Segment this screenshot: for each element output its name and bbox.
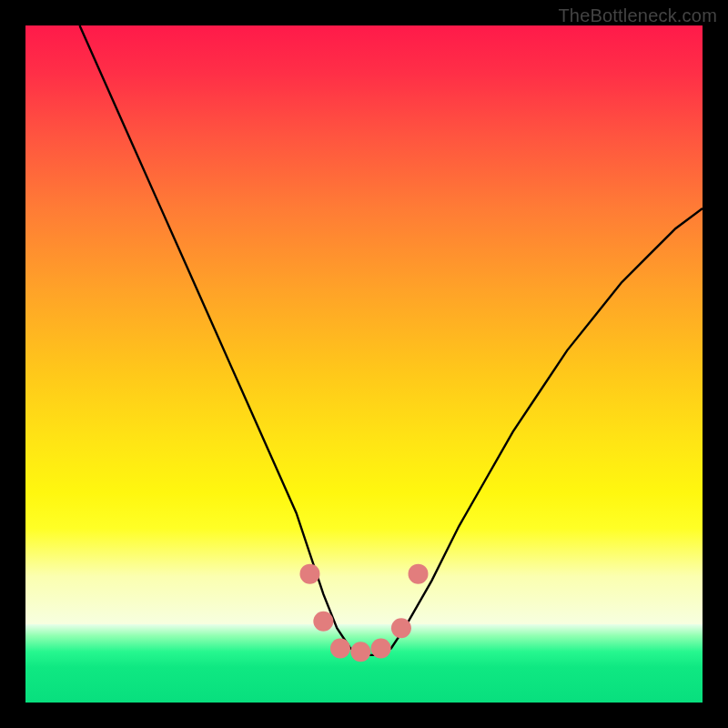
chart-frame: TheBottleneck.com [0, 0, 728, 728]
marker-flat-1 [330, 638, 350, 658]
plot-area [25, 25, 703, 703]
marker-left-cap-bottom [313, 612, 333, 632]
curve-layer [25, 25, 703, 703]
marker-flat-2 [350, 642, 370, 662]
marker-right-cap-top [409, 564, 429, 584]
watermark-text: TheBottleneck.com [558, 5, 717, 26]
marker-flat-3 [371, 638, 391, 658]
marker-left-cap-top [299, 564, 319, 584]
marker-right-cap-bottom [391, 618, 411, 638]
bottleneck-curve [80, 25, 703, 655]
